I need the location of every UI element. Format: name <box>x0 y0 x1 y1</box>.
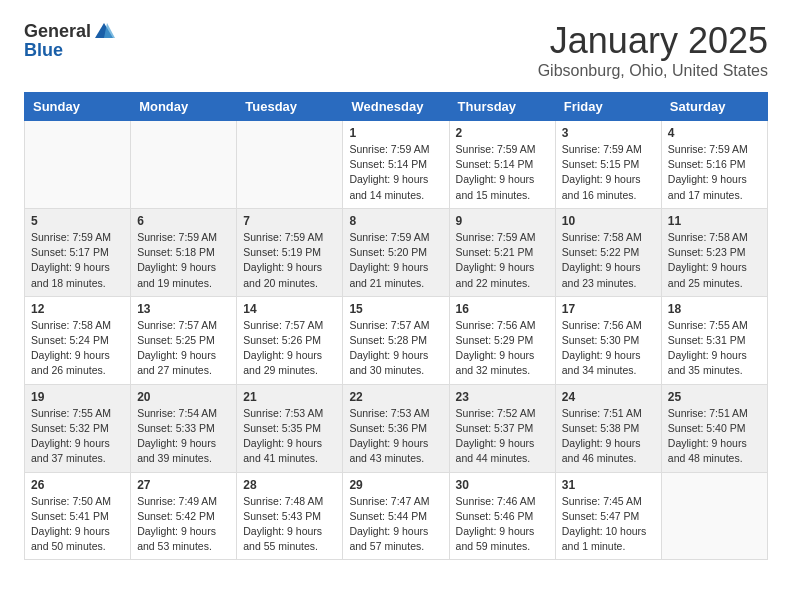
title-area: January 2025 Gibsonburg, Ohio, United St… <box>538 20 768 80</box>
calendar-cell-4-5: 23Sunrise: 7:52 AM Sunset: 5:37 PM Dayli… <box>449 384 555 472</box>
day-number: 31 <box>562 478 655 492</box>
day-number: 5 <box>31 214 124 228</box>
day-info: Sunrise: 7:59 AM Sunset: 5:21 PM Dayligh… <box>456 230 549 291</box>
calendar-cell-3-4: 15Sunrise: 7:57 AM Sunset: 5:28 PM Dayli… <box>343 296 449 384</box>
calendar-cell-2-4: 8Sunrise: 7:59 AM Sunset: 5:20 PM Daylig… <box>343 208 449 296</box>
day-info: Sunrise: 7:48 AM Sunset: 5:43 PM Dayligh… <box>243 494 336 555</box>
day-number: 22 <box>349 390 442 404</box>
calendar-week-2: 5Sunrise: 7:59 AM Sunset: 5:17 PM Daylig… <box>25 208 768 296</box>
location-title: Gibsonburg, Ohio, United States <box>538 62 768 80</box>
calendar-cell-5-2: 27Sunrise: 7:49 AM Sunset: 5:42 PM Dayli… <box>131 472 237 560</box>
day-number: 19 <box>31 390 124 404</box>
calendar-week-1: 1Sunrise: 7:59 AM Sunset: 5:14 PM Daylig… <box>25 121 768 209</box>
day-number: 7 <box>243 214 336 228</box>
day-info: Sunrise: 7:58 AM Sunset: 5:22 PM Dayligh… <box>562 230 655 291</box>
calendar-cell-4-2: 20Sunrise: 7:54 AM Sunset: 5:33 PM Dayli… <box>131 384 237 472</box>
day-info: Sunrise: 7:59 AM Sunset: 5:19 PM Dayligh… <box>243 230 336 291</box>
calendar-cell-5-1: 26Sunrise: 7:50 AM Sunset: 5:41 PM Dayli… <box>25 472 131 560</box>
calendar-cell-1-1 <box>25 121 131 209</box>
calendar-cell-3-2: 13Sunrise: 7:57 AM Sunset: 5:25 PM Dayli… <box>131 296 237 384</box>
day-number: 10 <box>562 214 655 228</box>
calendar-cell-4-1: 19Sunrise: 7:55 AM Sunset: 5:32 PM Dayli… <box>25 384 131 472</box>
day-number: 2 <box>456 126 549 140</box>
logo-general-text: General <box>24 21 91 42</box>
calendar-cell-1-4: 1Sunrise: 7:59 AM Sunset: 5:14 PM Daylig… <box>343 121 449 209</box>
calendar-cell-2-2: 6Sunrise: 7:59 AM Sunset: 5:18 PM Daylig… <box>131 208 237 296</box>
day-info: Sunrise: 7:45 AM Sunset: 5:47 PM Dayligh… <box>562 494 655 555</box>
day-info: Sunrise: 7:57 AM Sunset: 5:26 PM Dayligh… <box>243 318 336 379</box>
day-number: 24 <box>562 390 655 404</box>
calendar-cell-2-3: 7Sunrise: 7:59 AM Sunset: 5:19 PM Daylig… <box>237 208 343 296</box>
day-number: 12 <box>31 302 124 316</box>
calendar-cell-4-4: 22Sunrise: 7:53 AM Sunset: 5:36 PM Dayli… <box>343 384 449 472</box>
day-info: Sunrise: 7:59 AM Sunset: 5:18 PM Dayligh… <box>137 230 230 291</box>
calendar-cell-3-6: 17Sunrise: 7:56 AM Sunset: 5:30 PM Dayli… <box>555 296 661 384</box>
day-info: Sunrise: 7:55 AM Sunset: 5:31 PM Dayligh… <box>668 318 761 379</box>
day-info: Sunrise: 7:59 AM Sunset: 5:15 PM Dayligh… <box>562 142 655 203</box>
day-number: 9 <box>456 214 549 228</box>
day-number: 30 <box>456 478 549 492</box>
calendar-cell-1-2 <box>131 121 237 209</box>
day-info: Sunrise: 7:56 AM Sunset: 5:29 PM Dayligh… <box>456 318 549 379</box>
day-info: Sunrise: 7:46 AM Sunset: 5:46 PM Dayligh… <box>456 494 549 555</box>
logo-icon <box>93 20 115 42</box>
calendar-cell-3-5: 16Sunrise: 7:56 AM Sunset: 5:29 PM Dayli… <box>449 296 555 384</box>
calendar-week-3: 12Sunrise: 7:58 AM Sunset: 5:24 PM Dayli… <box>25 296 768 384</box>
calendar-cell-5-3: 28Sunrise: 7:48 AM Sunset: 5:43 PM Dayli… <box>237 472 343 560</box>
month-title: January 2025 <box>538 20 768 62</box>
calendar-cell-5-4: 29Sunrise: 7:47 AM Sunset: 5:44 PM Dayli… <box>343 472 449 560</box>
logo: General Blue <box>24 20 115 61</box>
day-number: 20 <box>137 390 230 404</box>
day-info: Sunrise: 7:59 AM Sunset: 5:14 PM Dayligh… <box>349 142 442 203</box>
day-number: 4 <box>668 126 761 140</box>
calendar-cell-2-5: 9Sunrise: 7:59 AM Sunset: 5:21 PM Daylig… <box>449 208 555 296</box>
day-info: Sunrise: 7:59 AM Sunset: 5:17 PM Dayligh… <box>31 230 124 291</box>
calendar-week-4: 19Sunrise: 7:55 AM Sunset: 5:32 PM Dayli… <box>25 384 768 472</box>
day-number: 17 <box>562 302 655 316</box>
day-info: Sunrise: 7:58 AM Sunset: 5:24 PM Dayligh… <box>31 318 124 379</box>
day-number: 21 <box>243 390 336 404</box>
day-number: 27 <box>137 478 230 492</box>
day-number: 15 <box>349 302 442 316</box>
day-info: Sunrise: 7:50 AM Sunset: 5:41 PM Dayligh… <box>31 494 124 555</box>
col-tuesday: Tuesday <box>237 93 343 121</box>
day-number: 25 <box>668 390 761 404</box>
day-info: Sunrise: 7:51 AM Sunset: 5:38 PM Dayligh… <box>562 406 655 467</box>
header: General Blue January 2025 Gibsonburg, Oh… <box>24 20 768 80</box>
day-info: Sunrise: 7:54 AM Sunset: 5:33 PM Dayligh… <box>137 406 230 467</box>
day-number: 3 <box>562 126 655 140</box>
calendar-cell-1-5: 2Sunrise: 7:59 AM Sunset: 5:14 PM Daylig… <box>449 121 555 209</box>
day-number: 18 <box>668 302 761 316</box>
calendar-cell-3-3: 14Sunrise: 7:57 AM Sunset: 5:26 PM Dayli… <box>237 296 343 384</box>
calendar-header-row: Sunday Monday Tuesday Wednesday Thursday… <box>25 93 768 121</box>
day-info: Sunrise: 7:49 AM Sunset: 5:42 PM Dayligh… <box>137 494 230 555</box>
day-number: 16 <box>456 302 549 316</box>
calendar-cell-4-6: 24Sunrise: 7:51 AM Sunset: 5:38 PM Dayli… <box>555 384 661 472</box>
day-number: 26 <box>31 478 124 492</box>
svg-marker-1 <box>104 23 115 38</box>
day-info: Sunrise: 7:59 AM Sunset: 5:20 PM Dayligh… <box>349 230 442 291</box>
day-number: 29 <box>349 478 442 492</box>
day-info: Sunrise: 7:53 AM Sunset: 5:35 PM Dayligh… <box>243 406 336 467</box>
page: General Blue January 2025 Gibsonburg, Oh… <box>0 0 792 580</box>
day-info: Sunrise: 7:57 AM Sunset: 5:28 PM Dayligh… <box>349 318 442 379</box>
calendar-cell-5-6: 31Sunrise: 7:45 AM Sunset: 5:47 PM Dayli… <box>555 472 661 560</box>
day-number: 13 <box>137 302 230 316</box>
day-number: 11 <box>668 214 761 228</box>
day-info: Sunrise: 7:59 AM Sunset: 5:14 PM Dayligh… <box>456 142 549 203</box>
calendar-cell-2-6: 10Sunrise: 7:58 AM Sunset: 5:22 PM Dayli… <box>555 208 661 296</box>
calendar-cell-5-7 <box>661 472 767 560</box>
col-thursday: Thursday <box>449 93 555 121</box>
day-info: Sunrise: 7:59 AM Sunset: 5:16 PM Dayligh… <box>668 142 761 203</box>
calendar-cell-2-7: 11Sunrise: 7:58 AM Sunset: 5:23 PM Dayli… <box>661 208 767 296</box>
day-number: 6 <box>137 214 230 228</box>
day-info: Sunrise: 7:58 AM Sunset: 5:23 PM Dayligh… <box>668 230 761 291</box>
day-number: 28 <box>243 478 336 492</box>
calendar-cell-1-6: 3Sunrise: 7:59 AM Sunset: 5:15 PM Daylig… <box>555 121 661 209</box>
col-sunday: Sunday <box>25 93 131 121</box>
col-friday: Friday <box>555 93 661 121</box>
calendar-cell-1-3 <box>237 121 343 209</box>
day-info: Sunrise: 7:51 AM Sunset: 5:40 PM Dayligh… <box>668 406 761 467</box>
calendar-cell-4-3: 21Sunrise: 7:53 AM Sunset: 5:35 PM Dayli… <box>237 384 343 472</box>
day-info: Sunrise: 7:57 AM Sunset: 5:25 PM Dayligh… <box>137 318 230 379</box>
